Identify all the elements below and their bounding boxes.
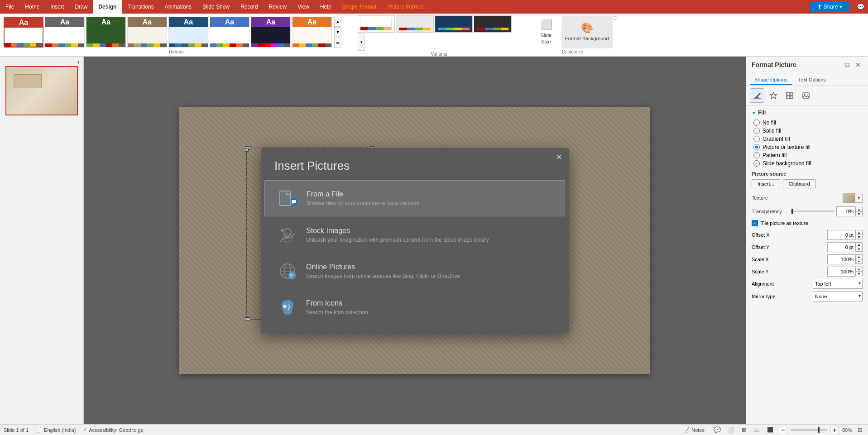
offset-y-input[interactable]: [827, 242, 855, 252]
offset-y-down[interactable]: ▼: [855, 247, 863, 252]
picture-icon-btn[interactable]: [799, 88, 813, 103]
share-button[interactable]: ⬆ Share ▾: [810, 2, 849, 12]
dialog-option-online[interactable]: 🔍 Online Pictures Search images from onl…: [264, 253, 565, 289]
mirror-type-select[interactable]: None Horizontal Vertical Both: [813, 292, 863, 301]
picture-source-label: Picture source: [752, 171, 863, 177]
comments-button[interactable]: 💬: [853, 0, 868, 14]
panel-tab-shape[interactable]: Shape Options: [750, 75, 792, 85]
solid-fill-option[interactable]: Solid fill: [753, 128, 863, 134]
slide-size-button[interactable]: ⬜ SlideSize: [532, 16, 560, 48]
variant-thumb-3[interactable]: [435, 15, 473, 33]
svg-point-15: [283, 305, 287, 308]
tab-transitions[interactable]: Transitions: [122, 0, 159, 14]
gradient-fill-option[interactable]: Gradient fill: [753, 136, 863, 142]
scale-x-row: Scale X ▲ ▼: [752, 254, 863, 264]
themes-more[interactable]: ☰: [334, 38, 341, 48]
dialog-option-icons[interactable]: From Icons Search the icon collection: [264, 290, 565, 325]
panel-close-button[interactable]: ✕: [854, 60, 863, 69]
alignment-label: Alignment: [752, 281, 774, 287]
alignment-row: Alignment Top left Top center Top right …: [752, 279, 863, 289]
tab-animations[interactable]: Animations: [159, 0, 197, 14]
zoom-out-button[interactable]: −: [779, 426, 787, 434]
tab-review[interactable]: Review: [264, 0, 292, 14]
alignment-select[interactable]: Top left Top center Top right: [813, 279, 863, 289]
presenter-view-button[interactable]: ⬛: [765, 425, 775, 435]
tab-slideshow[interactable]: Slide Show: [197, 0, 235, 14]
tab-shapeformat[interactable]: Shape Format: [337, 0, 382, 14]
offset-x-input[interactable]: [827, 230, 855, 240]
variant-thumb-4[interactable]: [474, 15, 512, 33]
theme-thumb-8[interactable]: Aa: [292, 17, 332, 48]
online-option-text: Online Pictures Search images from onlin…: [306, 263, 460, 279]
transparency-down[interactable]: ▼: [855, 211, 863, 216]
reading-view-button[interactable]: 📖: [752, 425, 762, 435]
themes-scroll-down[interactable]: ▼: [334, 27, 341, 37]
insert-button[interactable]: Insert...: [752, 179, 780, 188]
theme-thumb-4[interactable]: Aa: [127, 17, 167, 48]
scale-y-down[interactable]: ▼: [855, 271, 863, 276]
scale-y-input[interactable]: [827, 267, 855, 277]
scale-x-down[interactable]: ▼: [855, 259, 863, 264]
tab-draw[interactable]: Draw: [69, 0, 93, 14]
zoom-level[interactable]: 80%: [842, 427, 852, 433]
theme-thumb-2[interactable]: Aa: [45, 17, 85, 48]
slide-thumbnail[interactable]: [5, 66, 78, 115]
variant-more[interactable]: ▾: [358, 33, 365, 51]
theme-thumb-5[interactable]: Aa: [168, 17, 208, 48]
pattern-fill-option[interactable]: Pattern fill: [753, 152, 863, 158]
zoom-slider[interactable]: [791, 429, 827, 431]
clipboard-button[interactable]: Clipboard: [783, 179, 816, 188]
format-background-button[interactable]: 🎨 Format Background: [561, 16, 613, 48]
effects-icon-btn[interactable]: [766, 88, 781, 103]
svg-marker-17: [770, 92, 777, 99]
transparency-slider[interactable]: [791, 210, 834, 212]
dialog-option-stock[interactable]: Stock Images Unleash your imagination wi…: [264, 217, 565, 253]
zoom-in-button[interactable]: +: [830, 426, 839, 434]
offset-x-down[interactable]: ▼: [855, 234, 863, 239]
tile-checkbox[interactable]: ✓: [752, 220, 758, 226]
variant-thumb-2[interactable]: [396, 15, 434, 33]
slide-background-fill-option[interactable]: Slide background fill: [753, 160, 863, 167]
tab-help[interactable]: Help: [315, 0, 337, 14]
theme-thumb-7[interactable]: Aa: [251, 17, 291, 48]
normal-view-button[interactable]: ⬜: [726, 425, 736, 435]
theme-thumb-1[interactable]: Aa: [4, 17, 43, 48]
themes-scroll-up[interactable]: ▲: [334, 17, 341, 27]
customize-expand[interactable]: ⬡: [613, 14, 619, 21]
dialog-option-file[interactable]: ▶ From a File Browse files on your compu…: [264, 180, 565, 216]
tab-pictureformat[interactable]: Picture Format: [382, 0, 429, 14]
accessibility-indicator[interactable]: ✓ Accessibility: Good to go: [83, 427, 143, 433]
panel-tab-text[interactable]: Text Options: [794, 75, 830, 85]
tab-insert[interactable]: Insert: [45, 0, 69, 14]
tab-design[interactable]: Design: [93, 0, 122, 14]
offset-y-label: Offset Y: [752, 244, 769, 250]
scale-x-label: Scale X: [752, 257, 769, 262]
theme-thumb-6[interactable]: Aa: [210, 17, 249, 48]
tab-home[interactable]: Home: [19, 0, 45, 14]
picture-texture-fill-option[interactable]: Picture or texture fill: [753, 144, 863, 150]
fill-section-header[interactable]: ▼ Fill: [752, 110, 863, 116]
alignment-dropdown-wrapper[interactable]: Top left Top center Top right ▾: [813, 279, 863, 289]
tab-record[interactable]: Record: [235, 0, 264, 14]
fill-icon-btn[interactable]: [750, 88, 764, 103]
source-buttons: Insert... Clipboard: [752, 179, 863, 188]
theme-thumb-3[interactable]: Aa: [86, 17, 126, 48]
svg-rect-4: [292, 200, 296, 203]
variant-thumb-1[interactable]: [357, 15, 395, 33]
panel-collapse-button[interactable]: ⊟: [843, 60, 852, 69]
format-picture-panel: Format Picture ⊟ ✕ Shape Options Text Op…: [746, 57, 868, 424]
notes-button[interactable]: 📝 Notes: [680, 425, 708, 435]
tab-view[interactable]: View: [292, 0, 315, 14]
comments-status-button[interactable]: 💬: [712, 425, 723, 435]
tab-file[interactable]: File: [0, 0, 19, 14]
dialog-close-button[interactable]: ✕: [553, 152, 564, 163]
transparency-input[interactable]: [836, 206, 855, 216]
layout-icon-btn[interactable]: [782, 88, 797, 103]
texture-dropdown[interactable]: ▾: [855, 193, 863, 203]
fit-to-window-button[interactable]: ⊞: [856, 425, 864, 435]
texture-preview[interactable]: [843, 193, 855, 203]
scale-x-input[interactable]: [827, 254, 855, 264]
outline-view-button[interactable]: ▦: [740, 425, 748, 435]
no-fill-option[interactable]: No fill: [753, 120, 863, 126]
mirror-type-dropdown-wrapper[interactable]: None Horizontal Vertical Both ▾: [813, 292, 863, 301]
